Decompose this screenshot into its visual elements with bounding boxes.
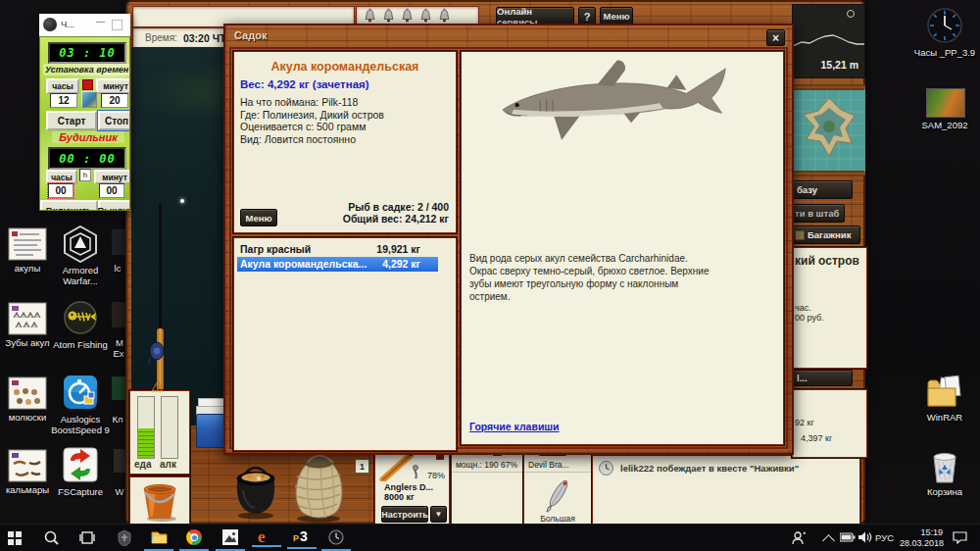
browser-e-icon[interactable]: e	[258, 527, 274, 546]
battery-icon[interactable]	[840, 532, 856, 542]
chat-panel[interactable]: lelik222 побеждает в квесте "Наживки"	[592, 455, 860, 525]
chat-clock-icon	[599, 461, 613, 476]
tray-date: 28.03.2018	[900, 538, 943, 549]
clipped-icon-label: lc	[110, 263, 125, 274]
minimize-icon[interactable]: —	[96, 17, 105, 26]
creel-basket-icon[interactable]	[290, 453, 347, 524]
recycle-bin-icon	[929, 449, 960, 484]
atom-fishing-icon	[63, 300, 98, 335]
world-of-tanks-icon[interactable]	[117, 529, 132, 546]
desktop: акулы Armored Warfar... Зубы акул Atom F…	[0, 0, 980, 551]
document-thumbnail-icon	[8, 449, 47, 482]
fish-info-line: Вид: Ловится постоянно	[240, 133, 356, 145]
file-explorer-icon[interactable]	[151, 530, 168, 544]
alarm-label: Будильник	[52, 131, 124, 143]
bell-icon[interactable]	[437, 8, 452, 24]
enter-hq-button[interactable]: ти в штаб	[792, 204, 845, 223]
rod-panel[interactable]: 78% Anglers D... 8000 кг Настроить ▼	[374, 445, 450, 526]
maximize-icon[interactable]	[112, 20, 122, 30]
speaker-icon[interactable]	[858, 531, 872, 543]
bell-icon[interactable]	[400, 8, 415, 24]
app-p3-number: 3	[300, 528, 308, 544]
document-thumbnail-icon	[8, 227, 47, 261]
cauldron-icon[interactable]	[231, 451, 280, 522]
game-scene[interactable]	[131, 47, 235, 426]
widget-titlebar[interactable]: Ч... —	[39, 14, 130, 37]
game-window: Онлайн сервисы ? Меню Время: 03:20 ЧТ ед…	[125, 0, 865, 525]
fish-list-row-selected[interactable]: Акула коромандельска... 4,292 кг	[237, 257, 438, 272]
location-line2: 00 руб.	[795, 313, 824, 323]
task-view-icon[interactable]	[79, 531, 95, 544]
alarm-hours-input[interactable]: 00	[48, 183, 74, 198]
action-center-icon[interactable]	[953, 531, 967, 544]
stop-button[interactable]: Стоп	[98, 111, 130, 130]
cooler-box[interactable]	[196, 398, 226, 447]
alarm-minutes-input[interactable]: 00	[99, 183, 124, 198]
panel-divider	[524, 472, 591, 473]
minutes-input[interactable]: 20	[101, 93, 128, 108]
panel-divider	[452, 472, 522, 473]
return-to-base-button[interactable]: базу	[792, 180, 853, 199]
widget-title: Ч...	[61, 19, 74, 29]
app-p3-prefix: P	[293, 533, 299, 543]
start-button[interactable]	[8, 531, 22, 545]
tray-chevron-icon[interactable]	[822, 534, 835, 547]
food-bar[interactable]	[137, 396, 155, 459]
taskbar: e P 3 РУС 15:19 28.03.2018	[0, 524, 980, 551]
fish-name: Акула коромандельска...	[240, 258, 367, 270]
alarm-disable-button[interactable]: Выключ	[98, 200, 130, 211]
fscapture-icon	[63, 447, 98, 482]
lure-panel[interactable]: Devil Bra... Большая	[523, 445, 592, 526]
analog-clock-icon	[927, 8, 962, 43]
h-marker: h	[79, 169, 91, 181]
document-thumbnail-icon	[8, 376, 47, 410]
fish-view-panel: Вид рода серых акул семейства Carcharhin…	[461, 51, 784, 445]
reel-power: мощн.: 190	[456, 460, 499, 470]
creel-count-badge: 1	[355, 459, 369, 474]
tray-language[interactable]: РУС	[875, 532, 894, 543]
warning-icon: ⚠	[151, 378, 164, 394]
bell-icon[interactable]	[418, 8, 433, 24]
app-p3-icon[interactable]: P 3	[293, 528, 311, 546]
location-line1: час.	[795, 303, 811, 313]
chrome-icon[interactable]	[186, 529, 202, 545]
close-icon[interactable]: ×	[766, 29, 785, 46]
hours-label: часы	[46, 78, 79, 94]
tray-clock[interactable]: 15:19 28.03.2018	[900, 527, 943, 548]
fishing-reel	[145, 341, 165, 367]
needs-panel: еда алк	[129, 390, 190, 475]
rod-percent: 78%	[427, 471, 445, 480]
fishing-rod[interactable]	[159, 204, 162, 331]
minimap[interactable]	[792, 84, 865, 176]
trunk-button[interactable]: Багажник	[792, 225, 860, 244]
bucket-panel[interactable]	[129, 476, 190, 525]
fish-weight: 19,921 кг	[376, 243, 420, 255]
more-button[interactable]: l...	[792, 370, 853, 386]
configure-button[interactable]: Настроить	[381, 506, 428, 523]
bell-icon[interactable]	[363, 8, 377, 24]
photos-icon[interactable]	[222, 529, 238, 545]
hotkeys-link[interactable]: Горячие клавиши	[469, 421, 560, 432]
shark-image	[489, 58, 773, 156]
desktop-icon-label: Armored Warfar...	[45, 265, 116, 286]
theme-button[interactable]	[81, 91, 97, 108]
fish-list-row[interactable]: Пагр красный 19,921 кг	[237, 242, 438, 257]
rod-name: Anglers D...	[384, 482, 433, 492]
people-icon[interactable]	[792, 530, 808, 545]
fish-info-line: Оценивается с: 500 грамм	[240, 121, 366, 132]
start-button[interactable]: Старт	[46, 111, 97, 130]
rod-dropdown-button[interactable]: ▼	[430, 506, 447, 523]
reel-panel[interactable]: мощн.: 190 67%	[451, 445, 523, 526]
auslogics-boostspeed-icon	[63, 375, 98, 410]
clock-app-icon[interactable]	[328, 529, 344, 545]
dialog-menu-button[interactable]: Меню	[240, 209, 277, 226]
search-icon[interactable]	[44, 530, 59, 545]
bell-icon[interactable]	[381, 8, 396, 24]
lure-size: Большая	[524, 514, 591, 524]
set-time-label: Установка времен	[43, 64, 130, 75]
alarm-enable-button[interactable]: Включить	[40, 200, 98, 211]
alcohol-label: алк	[160, 459, 176, 470]
fish-info-line: На что поймана: Pilk-118	[240, 96, 358, 108]
alcohol-bar[interactable]	[161, 396, 178, 459]
hours-input[interactable]: 12	[50, 93, 77, 108]
